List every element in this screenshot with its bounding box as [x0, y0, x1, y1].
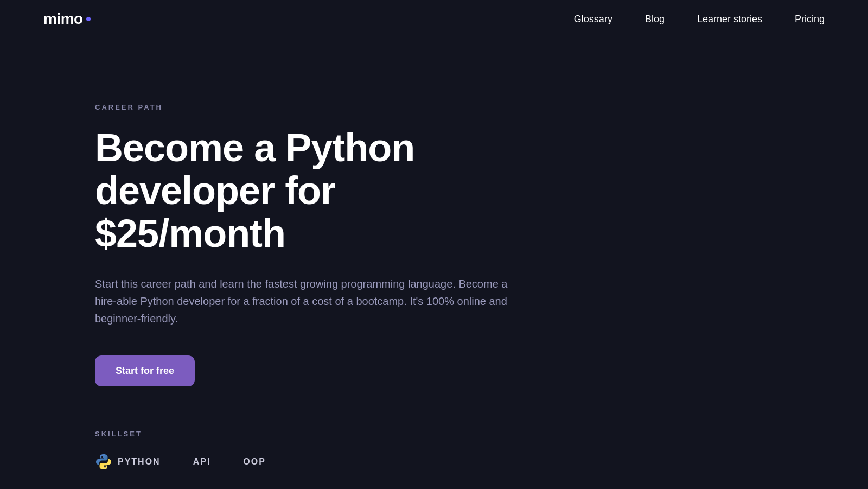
main-nav: Glossary Blog Learner stories Pricing	[574, 14, 825, 25]
nav-blog[interactable]: Blog	[645, 14, 665, 25]
nav-learner-stories[interactable]: Learner stories	[697, 14, 762, 25]
career-path-label: CAREER PATH	[95, 103, 773, 111]
python-icon	[95, 453, 112, 471]
skill-api: API	[193, 457, 211, 467]
skillset-label: SKILLSET	[95, 430, 773, 438]
skill-oop: OOP	[243, 457, 266, 467]
hero-description: Start this career path and learn the fas…	[95, 275, 518, 327]
nav-pricing[interactable]: Pricing	[795, 14, 825, 25]
logo-dot	[86, 17, 91, 21]
skillset-section: SKILLSET	[95, 430, 773, 471]
skill-oop-label: OOP	[243, 457, 266, 467]
skill-api-label: API	[193, 457, 211, 467]
skills-list: PYTHON API OOP	[95, 453, 773, 471]
logo-text: mimo	[43, 10, 83, 28]
skill-python-label: PYTHON	[118, 457, 161, 467]
logo[interactable]: mimo	[43, 10, 91, 28]
main-content: CAREER PATH Become a Python developer fo…	[0, 38, 868, 489]
nav-glossary[interactable]: Glossary	[574, 14, 612, 25]
header: mimo Glossary Blog Learner stories Prici…	[0, 0, 868, 38]
skill-python: PYTHON	[95, 453, 161, 471]
hero-title: Become a Python developer for $25/month	[95, 126, 507, 256]
start-for-free-button[interactable]: Start for free	[95, 355, 195, 386]
